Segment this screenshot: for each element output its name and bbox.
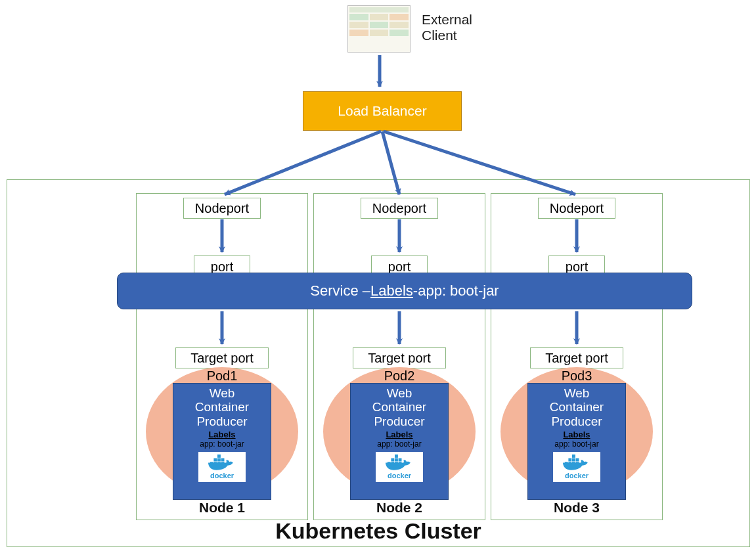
svg-rect-15: [395, 455, 398, 458]
container-title-3: Producer: [351, 414, 448, 428]
target-port-label: Target port: [368, 351, 431, 366]
node-label: Node 2: [314, 500, 485, 516]
svg-rect-13: [395, 458, 398, 461]
container-title-1: Web: [173, 386, 271, 400]
container-labels-word: Labels: [528, 430, 625, 439]
external-client-thumbnail: [347, 5, 411, 53]
docker-icon: [384, 455, 414, 473]
container-title-1: Web: [528, 386, 625, 400]
service-labels-word: Labels: [370, 282, 413, 300]
service-prefix: Service –: [310, 282, 370, 300]
container-labels-word: Labels: [173, 430, 271, 439]
svg-rect-21: [572, 458, 575, 461]
pod-label: Pod2: [384, 368, 415, 384]
svg-rect-14: [399, 458, 402, 461]
nodeport-label: Nodeport: [550, 201, 604, 216]
nodeport-box: Nodeport: [538, 198, 615, 219]
service-banner: Service – Labels -app: boot-jar: [117, 273, 692, 309]
container-card: Web Container Producer Labels app: boot-…: [527, 383, 626, 500]
container-card: Web Container Producer Labels app: boot-…: [173, 383, 271, 500]
target-port-label: Target port: [545, 351, 608, 366]
target-port-box: Target port: [353, 347, 446, 368]
node-label: Node 3: [491, 500, 662, 516]
target-port-label: Target port: [190, 351, 254, 366]
docker-badge: docker: [376, 452, 423, 482]
external-client-label: External Client: [422, 12, 472, 43]
docker-text: docker: [388, 472, 411, 479]
node-2: Nodeport port Target port Pod2 Web Conta…: [313, 193, 485, 520]
nodeport-label: Nodeport: [372, 201, 426, 216]
docker-text: docker: [210, 472, 234, 479]
node-3: Nodeport port Target port Pod3 Web Conta…: [491, 193, 663, 520]
svg-rect-5: [217, 458, 221, 461]
target-port-box: Target port: [175, 347, 269, 368]
node-1: Nodeport port Target port Pod1 Web Conta…: [136, 193, 308, 520]
svg-rect-4: [213, 458, 217, 461]
external-client-line2: Client: [422, 28, 472, 43]
container-card: Web Container Producer Labels app: boot-…: [350, 383, 449, 500]
svg-rect-20: [568, 458, 571, 461]
load-balancer-box: Load Balancer: [303, 91, 462, 131]
external-client-line1: External: [422, 12, 472, 28]
target-port-box: Target port: [530, 347, 623, 368]
nodeport-box: Nodeport: [183, 198, 261, 219]
container-title-2: Container: [351, 400, 448, 414]
cluster-title: Kubernetes Cluster: [7, 518, 749, 544]
service-suffix: -app: boot-jar: [413, 282, 499, 300]
container-labels-value: app: boot-jar: [528, 439, 625, 449]
container-title-2: Container: [528, 400, 625, 414]
container-labels-word: Labels: [351, 430, 448, 439]
container-title-3: Producer: [173, 414, 271, 428]
docker-icon: [207, 455, 237, 473]
nodeport-box: Nodeport: [361, 198, 438, 219]
pod-label: Pod3: [562, 368, 592, 384]
svg-rect-6: [221, 458, 225, 461]
svg-rect-22: [576, 458, 579, 461]
docker-text: docker: [565, 472, 589, 479]
load-balancer-label: Load Balancer: [338, 103, 426, 119]
nodeport-label: Nodeport: [195, 201, 249, 216]
container-title-1: Web: [351, 386, 448, 400]
container-title-2: Container: [173, 400, 271, 414]
container-title-3: Producer: [528, 414, 625, 428]
svg-rect-12: [391, 458, 394, 461]
docker-icon: [562, 455, 592, 473]
docker-badge: docker: [553, 452, 600, 482]
pod-label: Pod1: [207, 368, 238, 384]
node-label: Node 1: [137, 500, 307, 516]
container-labels-value: app: boot-jar: [173, 439, 271, 449]
svg-rect-23: [572, 455, 575, 458]
svg-rect-7: [217, 455, 221, 458]
docker-badge: docker: [198, 452, 246, 482]
container-labels-value: app: boot-jar: [351, 439, 448, 449]
